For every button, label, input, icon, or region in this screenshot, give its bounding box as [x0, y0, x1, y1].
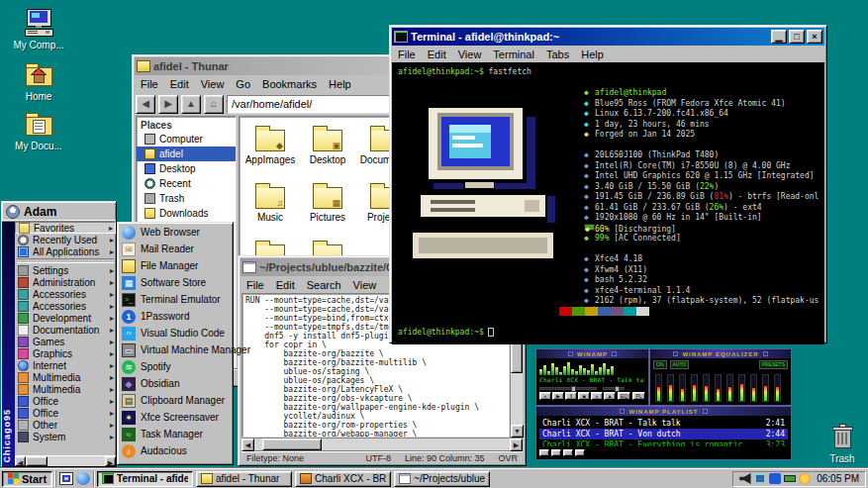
start-menu-item[interactable]: Office ▸ — [15, 395, 116, 407]
previous-icon[interactable]: « — [539, 392, 551, 400]
eq-band-slider[interactable] — [667, 374, 674, 402]
battery-icon[interactable] — [784, 475, 796, 482]
menu-item[interactable]: File — [392, 48, 422, 61]
eq-band-slider[interactable] — [750, 374, 757, 402]
equalizer-titlebar[interactable]: WINAMP EQUALIZER — [650, 349, 791, 358]
submenu-item[interactable]: ✶ Xfce Screensaver — [119, 409, 232, 426]
editor-horizontal-scrollbar[interactable]: ◀ ▶ — [241, 438, 523, 450]
pause-icon[interactable]: ‖ — [565, 392, 577, 400]
volume-slider[interactable] — [539, 387, 597, 390]
task-button[interactable]: Charli XCX - BRAT -... — [295, 471, 391, 487]
eject-icon[interactable]: ▲ — [604, 392, 616, 400]
show-desktop-icon[interactable] — [59, 472, 73, 485]
terminal-titlebar[interactable]: Terminal - afidel@thinkpad:~ ▁ □ × — [392, 28, 824, 46]
place-item[interactable]: Recent — [137, 176, 236, 191]
task-button[interactable]: Terminal - afidel@t... — [97, 471, 193, 487]
start-menu-item[interactable]: Graphics ▸ — [15, 347, 116, 359]
menu-item[interactable]: View — [347, 278, 383, 292]
menu-item[interactable]: Help — [575, 48, 610, 61]
folder-item[interactable]: ◆ AppImages — [241, 126, 299, 181]
start-menu-item[interactable]: Multimedia ▸ — [15, 383, 116, 395]
submenu-item[interactable]: File Manager — [119, 257, 232, 274]
start-menu-item[interactable]: Multimedia ▸ — [15, 371, 116, 383]
start-menu-item[interactable]: Games ▸ — [15, 336, 116, 347]
playlist-misc-button[interactable] — [575, 449, 585, 456]
playlist-select-button[interactable] — [563, 449, 573, 456]
submenu-item[interactable]: Web Browser — [119, 224, 232, 241]
playlist-add-button[interactable] — [539, 449, 549, 456]
eq-sliders[interactable] — [653, 370, 788, 403]
start-menu-item[interactable]: Settings ▸ — [15, 264, 116, 276]
submenu-item[interactable]: ▦ Software Store — [119, 274, 232, 291]
scroll-down-icon[interactable]: ▼ — [511, 425, 524, 438]
eq-band-slider[interactable] — [655, 374, 662, 402]
menu-item[interactable]: Edit — [164, 77, 195, 91]
start-menu-item[interactable]: Recently Used ▸ — [15, 234, 116, 245]
desktop-icon-my-computer[interactable]: My Comp... — [8, 8, 69, 50]
scroll-left-icon[interactable]: ◀ — [241, 439, 254, 451]
place-item[interactable]: Desktop — [137, 161, 236, 176]
winamp-menu-icon[interactable] — [568, 351, 573, 356]
menu-item[interactable]: View — [452, 48, 488, 61]
playlist-track[interactable]: Charli XCX - BRAT - Talk talk 2:41 — [539, 418, 788, 429]
clock[interactable]: 06:05 PM — [815, 473, 859, 484]
desktop-icon-my-documents[interactable]: My Docu... — [8, 109, 69, 151]
start-menu-item[interactable]: Other ▸ — [15, 419, 116, 431]
up-button[interactable]: ▲ — [181, 95, 201, 114]
folder-item[interactable]: ▦ Pictures — [299, 183, 356, 239]
start-menu-item[interactable]: ▸ — [17, 258, 114, 263]
equalizer-toggle-button[interactable]: EQ — [618, 392, 630, 400]
winamp-close-icon[interactable] — [612, 351, 617, 356]
maximize-button[interactable]: □ — [789, 30, 805, 44]
submenu-item[interactable]: ♪ Audacious — [119, 442, 232, 459]
start-menu-item[interactable]: Administration ▸ — [15, 276, 116, 288]
start-button[interactable]: Start — [2, 471, 52, 487]
next-icon[interactable]: » — [591, 392, 603, 400]
bluetooth-icon[interactable] — [769, 473, 781, 484]
place-item[interactable]: Downloads — [137, 206, 236, 221]
start-menu-item[interactable]: Accessories ▸ — [15, 288, 116, 300]
eq-band-slider[interactable] — [762, 374, 769, 402]
submenu-item[interactable]: ≈ Task Manager — [119, 426, 232, 442]
eq-band-slider[interactable] — [738, 374, 745, 402]
start-menu-item[interactable]: Accessories ▸ — [15, 300, 116, 312]
menu-item[interactable]: View — [195, 77, 231, 91]
forward-button[interactable]: ▶ — [158, 95, 178, 114]
start-menu-scrollbar[interactable]: ◀ ▶ — [15, 455, 116, 466]
winamp-menu-icon[interactable] — [620, 409, 625, 414]
submenu-item[interactable]: >_ Terminal Emulator — [119, 291, 232, 308]
submenu-item[interactable]: ▤ Clipboard Manager — [119, 392, 232, 409]
scroll-right-icon[interactable]: ▶ — [105, 456, 116, 466]
start-menu-item[interactable]: Internet ▸ — [15, 359, 116, 371]
menu-item[interactable]: File — [135, 77, 164, 91]
menu-item[interactable]: File — [241, 278, 270, 292]
eq-band-slider[interactable] — [691, 374, 698, 402]
web-browser-quick-icon[interactable] — [76, 472, 90, 485]
eq-band-slider[interactable] — [726, 374, 733, 402]
place-item[interactable]: Computer — [137, 132, 236, 146]
eq-auto-button[interactable]: AUTO — [670, 360, 690, 369]
stop-icon[interactable]: ■ — [578, 392, 590, 400]
winamp-close-icon[interactable] — [763, 351, 768, 356]
scroll-right-icon[interactable]: ▶ — [510, 439, 523, 451]
playlist-track[interactable]: Charli XCX - BRAT - Everything is romant… — [539, 439, 788, 446]
minimize-button[interactable]: ▁ — [771, 30, 787, 44]
start-menu-item[interactable]: Development ▸ — [15, 312, 116, 324]
back-button[interactable]: ◀ — [136, 95, 155, 114]
close-button[interactable]: × — [807, 30, 822, 44]
submenu-item[interactable]: ≋ Spotify — [119, 358, 232, 375]
playlist-titlebar[interactable]: WINAMP PLAYLIST — [536, 407, 791, 416]
desktop-icon-trash[interactable]: Trash — [812, 422, 868, 464]
menu-item[interactable]: Go — [230, 77, 256, 91]
winamp-titlebar[interactable]: WINAMP — [536, 349, 648, 358]
scroll-left-icon[interactable]: ◀ — [15, 456, 26, 466]
start-menu-item[interactable]: System ▸ — [15, 431, 116, 442]
balance-slider[interactable] — [603, 387, 625, 390]
eq-band-slider[interactable] — [715, 374, 722, 402]
menu-item[interactable]: Tabs — [540, 48, 575, 61]
place-item[interactable]: Trash — [137, 191, 236, 206]
folder-item[interactable]: ▣ Desktop — [299, 126, 356, 181]
task-button[interactable]: ~/Projects/ublue/b... — [394, 471, 490, 487]
start-menu-item[interactable]: Favorites ▸ — [15, 222, 116, 234]
winamp-menu-icon[interactable] — [673, 351, 678, 356]
